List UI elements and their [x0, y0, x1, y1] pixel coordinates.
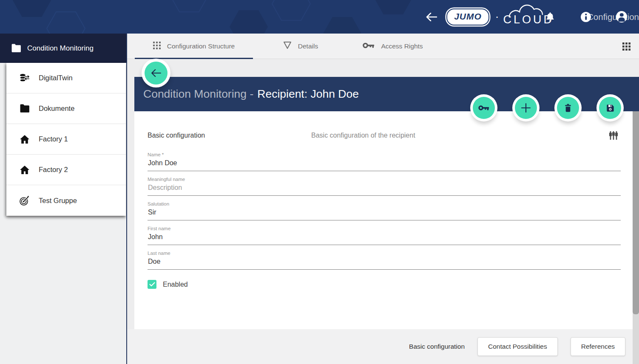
- sidebar-item-digitaltwin[interactable]: DigitalTwin: [6, 63, 126, 93]
- sidebar-header-condition-monitoring[interactable]: Condition Monitoring: [0, 34, 127, 63]
- tab-label: Details: [298, 42, 318, 50]
- info-icon[interactable]: [580, 11, 591, 23]
- tab-label: Configuration Structure: [167, 42, 235, 50]
- sidebar-item-label: DigitalTwin: [39, 74, 73, 82]
- tab-bar: Configuration Structure Details Acc: [127, 34, 639, 59]
- field-label: Last name: [148, 251, 621, 256]
- section-title: Basic configuration: [148, 132, 311, 139]
- field-first-name: First name: [148, 226, 621, 245]
- folder-icon: [11, 43, 22, 54]
- sidebar-header-label: Condition Monitoring: [27, 44, 94, 53]
- home-icon: [19, 134, 30, 145]
- account-icon[interactable]: [616, 11, 627, 23]
- target-icon: [19, 195, 30, 206]
- vertical-scrollbar[interactable]: [633, 111, 639, 364]
- enabled-checkbox-label: Enabled: [163, 281, 188, 288]
- contact-possibilities-button[interactable]: Contact Possibilities: [477, 337, 558, 356]
- main-content: Configuration Structure Details Acc: [127, 34, 639, 364]
- footer-active-section: Basic configuration: [409, 343, 465, 350]
- sidebar-item-factory-2[interactable]: Factory 2: [6, 155, 126, 185]
- footer-bar: Basic configuration Contact Possibilitie…: [127, 329, 639, 364]
- home-icon: [19, 164, 30, 175]
- funnel-icon: [283, 41, 292, 51]
- section-subtitle: Basic configuration of the recipient: [311, 132, 415, 139]
- app-window: JUMO · CLOUD Configuration: [0, 0, 639, 364]
- section-header: Basic configuration Basic configuration …: [148, 132, 621, 139]
- brand-dot: ·: [495, 10, 499, 23]
- topbar-actions: [545, 0, 639, 34]
- field-name: Name *: [148, 152, 621, 171]
- content-header-main: Recipient: John Doe: [257, 87, 359, 100]
- tab-label: Access Rights: [381, 42, 423, 50]
- folder-icon: [19, 103, 30, 114]
- content-back-button[interactable]: [145, 62, 168, 85]
- enabled-checkbox[interactable]: [148, 280, 156, 289]
- tab-access-rights[interactable]: Access Rights: [348, 34, 437, 59]
- form-panel: Basic configuration Basic configuration …: [134, 111, 633, 329]
- bell-icon[interactable]: [545, 11, 556, 23]
- first-name-input[interactable]: [148, 233, 621, 245]
- meaningful-name-input[interactable]: [148, 184, 621, 196]
- tab-configuration-structure[interactable]: Configuration Structure: [135, 34, 253, 59]
- action-button-row: [473, 97, 621, 119]
- tune-icon[interactable]: [608, 130, 619, 143]
- sidebar-list: DigitalTwin Dokumente Factory 1 Factory …: [6, 63, 126, 216]
- field-label: First name: [148, 226, 621, 231]
- delete-button[interactable]: [557, 97, 579, 119]
- sidebar: Condition Monitoring DigitalTwin: [0, 34, 127, 364]
- field-last-name: Last name: [148, 251, 621, 270]
- hexagon-pattern: [0, 0, 417, 34]
- content-header-prefix: Condition Monitoring -: [143, 87, 253, 100]
- content-header-title: Condition Monitoring -Recipient: John Do…: [143, 87, 359, 101]
- field-label: Meaningful name: [148, 177, 621, 182]
- tab-details[interactable]: Details: [265, 34, 336, 59]
- grid-icon: [153, 42, 161, 51]
- add-button[interactable]: [515, 97, 537, 119]
- references-button[interactable]: References: [571, 337, 625, 356]
- field-salutation: Salutation: [148, 201, 621, 220]
- key-button[interactable]: [473, 97, 495, 119]
- field-label: Salutation: [148, 201, 621, 206]
- jumo-logo: JUMO: [446, 8, 489, 25]
- apps-grid-icon[interactable]: [622, 42, 630, 52]
- field-meaningful-name: Meaningful name: [148, 177, 621, 196]
- key-icon: [363, 42, 375, 51]
- name-input[interactable]: [148, 159, 621, 171]
- sidebar-item-label: Dokumente: [39, 104, 74, 113]
- sidebar-item-dokumente[interactable]: Dokumente: [6, 93, 126, 124]
- salutation-input[interactable]: [148, 209, 621, 220]
- sidebar-item-label: Factory 1: [39, 135, 68, 143]
- top-app-bar: JUMO · CLOUD Configuration: [0, 0, 639, 34]
- sidebar-item-label: Test Gruppe: [39, 197, 77, 205]
- last-name-input[interactable]: [148, 258, 621, 270]
- sidebar-item-label: Factory 2: [39, 166, 68, 174]
- topbar-back-icon[interactable]: [426, 13, 439, 21]
- save-button[interactable]: [599, 97, 621, 119]
- scrollbar-thumb[interactable]: [633, 111, 639, 314]
- sidebar-item-test-gruppe[interactable]: Test Gruppe: [6, 185, 126, 216]
- enabled-checkbox-row[interactable]: Enabled: [148, 280, 621, 289]
- sidebar-item-factory-1[interactable]: Factory 1: [6, 124, 126, 155]
- field-label: Name *: [148, 152, 621, 157]
- digital-twin-icon: [19, 73, 30, 84]
